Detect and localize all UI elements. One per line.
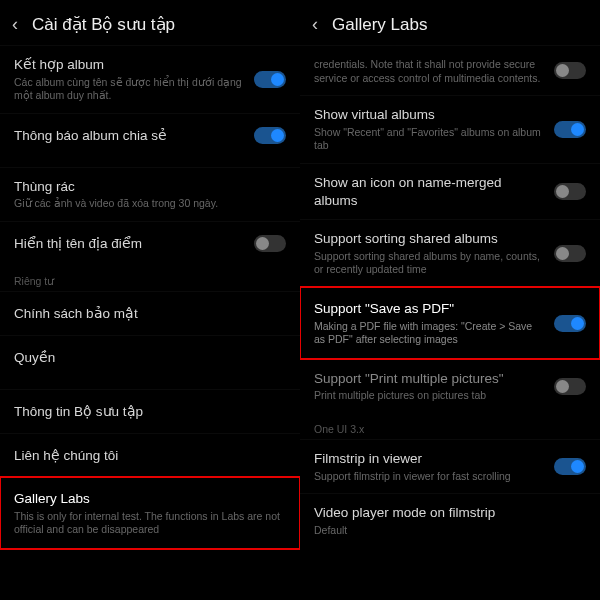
label: Liên hệ chúng tôi: [14, 447, 286, 465]
label: Chính sách bảo mật: [14, 305, 286, 323]
toggle[interactable]: [554, 121, 586, 138]
row-gallery-info[interactable]: Thông tin Bộ sưu tập: [0, 389, 300, 433]
label: Kết hợp album: [14, 56, 244, 74]
label: Show an icon on name-merged albums: [314, 174, 544, 209]
toggle[interactable]: [554, 378, 586, 395]
label: Gallery Labs: [14, 490, 286, 508]
right-panel: ‹ Gallery Labs credentials. Note that it…: [300, 0, 600, 600]
row-merged-icon[interactable]: Show an icon on name-merged albums: [300, 163, 600, 219]
sub: Giữ các ảnh và video đã xóa trong 30 ngà…: [14, 197, 286, 211]
label: Hiển thị tên địa điểm: [14, 235, 244, 253]
section-oneui: One UI 3.x: [300, 413, 600, 439]
header-left: ‹ Cài đặt Bộ sưu tập: [0, 0, 300, 45]
row-filmstrip[interactable]: Filmstrip in viewerSupport filmstrip in …: [300, 439, 600, 493]
row-contact[interactable]: Liên hệ chúng tôi: [0, 433, 300, 477]
sub: Making a PDF file with images: "Create >…: [314, 320, 544, 347]
sub: This is only for internal test. The func…: [14, 510, 286, 537]
sub: Show "Recent" and "Favorites" albums on …: [314, 126, 544, 153]
toggle[interactable]: [554, 315, 586, 332]
label: Thùng rác: [14, 178, 286, 196]
back-icon[interactable]: ‹: [12, 14, 18, 35]
row-gallery-labs[interactable]: Gallery LabsThis is only for internal te…: [0, 477, 300, 549]
row-trash[interactable]: Thùng rácGiữ các ảnh và video đã xóa tro…: [0, 167, 300, 221]
toggle[interactable]: [254, 71, 286, 88]
row-sort-shared[interactable]: Support sorting shared albumsSupport sor…: [300, 219, 600, 287]
row-privacy-policy[interactable]: Chính sách bảo mật: [0, 291, 300, 335]
row-permissions[interactable]: Quyền: [0, 335, 300, 379]
page-title: Gallery Labs: [332, 15, 427, 35]
row-video-mode[interactable]: Video player mode on filmstripDefault: [300, 493, 600, 547]
sub: Print multiple pictures on pictures tab: [314, 389, 544, 403]
sub: credentials. Note that it shall not prov…: [314, 58, 544, 85]
row-credentials[interactable]: credentials. Note that it shall not prov…: [300, 45, 600, 95]
sub: Các album cùng tên sẽ được hiển thị dưới…: [14, 76, 244, 103]
row-location[interactable]: Hiển thị tên địa điểm: [0, 221, 300, 265]
header-right: ‹ Gallery Labs: [300, 0, 600, 45]
label: Video player mode on filmstrip: [314, 504, 586, 522]
toggle[interactable]: [554, 183, 586, 200]
label: Support "Print multiple pictures": [314, 370, 544, 388]
row-combine-album[interactable]: Kết hợp albumCác album cùng tên sẽ được …: [0, 45, 300, 113]
sub: Support filmstrip in viewer for fast scr…: [314, 470, 544, 484]
left-panel: ‹ Cài đặt Bộ sưu tập Kết hợp albumCác al…: [0, 0, 300, 600]
label: Support "Save as PDF": [314, 300, 544, 318]
label: Show virtual albums: [314, 106, 544, 124]
toggle[interactable]: [554, 62, 586, 79]
back-icon[interactable]: ‹: [312, 14, 318, 35]
row-save-pdf[interactable]: Support "Save as PDF"Making a PDF file w…: [300, 287, 600, 359]
row-print-multiple[interactable]: Support "Print multiple pictures"Print m…: [300, 359, 600, 413]
toggle[interactable]: [254, 235, 286, 252]
toggle[interactable]: [554, 458, 586, 475]
label: Thông tin Bộ sưu tập: [14, 403, 286, 421]
sub: Default: [314, 524, 586, 538]
sub: Support sorting shared albums by name, c…: [314, 250, 544, 277]
label: Quyền: [14, 349, 286, 367]
label: Filmstrip in viewer: [314, 450, 544, 468]
row-share-notify[interactable]: Thông báo album chia sẻ: [0, 113, 300, 157]
page-title: Cài đặt Bộ sưu tập: [32, 14, 175, 35]
label: Support sorting shared albums: [314, 230, 544, 248]
section-privacy: Riêng tư: [0, 265, 300, 291]
toggle[interactable]: [254, 127, 286, 144]
row-virtual-albums[interactable]: Show virtual albumsShow "Recent" and "Fa…: [300, 95, 600, 163]
toggle[interactable]: [554, 245, 586, 262]
label: Thông báo album chia sẻ: [14, 127, 244, 145]
